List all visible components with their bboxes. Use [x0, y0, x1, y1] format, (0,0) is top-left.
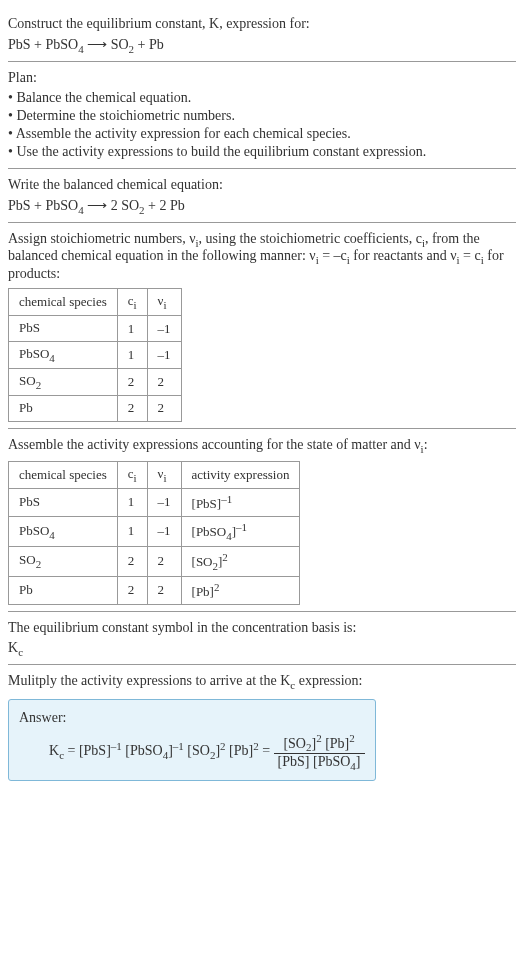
table-row: PbS 1 –1 [9, 315, 182, 342]
sup: –1 [111, 739, 122, 751]
activity-table: chemical species ci νi activity expressi… [8, 461, 300, 605]
expr: [PbSO [122, 743, 163, 758]
cell-v: –1 [147, 342, 181, 369]
sp: Pb [19, 582, 33, 597]
eq-part: + 2 Pb [145, 198, 185, 213]
cell-c: 2 [117, 546, 147, 576]
col-expr: activity expression [181, 461, 300, 488]
intro-section: Construct the equilibrium constant, K, e… [8, 8, 516, 62]
table-row: PbSO4 1 –1 [9, 342, 182, 369]
sup: 2 [214, 581, 220, 593]
cell-expr: [PbS]–1 [181, 488, 300, 516]
txt: Assemble the activity expressions accoun… [8, 437, 421, 452]
eq-part: PbS + PbSO [8, 198, 78, 213]
sup: –1 [236, 521, 247, 533]
cell-species: PbSO4 [9, 516, 118, 546]
table-row: PbSO4 1 –1 [PbSO4]–1 [9, 516, 300, 546]
table-row: Pb 2 2 [Pb]2 [9, 576, 300, 604]
kc-a: K [8, 640, 18, 655]
txt: Assign stoichiometric numbers, ν [8, 231, 196, 246]
eq: = [PbS] [64, 743, 111, 758]
plan-item: • Determine the stoichiometric numbers. [8, 108, 516, 124]
assemble-text: Assemble the activity expressions accoun… [8, 437, 516, 455]
txt: = –c [319, 248, 347, 263]
table-row: PbS 1 –1 [PbS]–1 [9, 488, 300, 516]
plan-item: • Balance the chemical equation. [8, 90, 516, 106]
sp: PbS [19, 494, 40, 509]
cell-c: 1 [117, 488, 147, 516]
stoich-table: chemical species ci νi PbS 1 –1 PbSO4 1 … [8, 288, 182, 422]
fraction: [SO2]2 [Pb]2[PbS] [PbSO4] [274, 732, 365, 772]
col-ci: ci [117, 289, 147, 316]
intro-text: Construct the equilibrium constant, K, e… [8, 16, 516, 32]
col-vi: νi [147, 289, 181, 316]
expr: [Pb] [322, 735, 350, 750]
cell-v: 2 [147, 576, 181, 604]
cell-v: –1 [147, 488, 181, 516]
plan-list: • Balance the chemical equation. • Deter… [8, 90, 516, 160]
cell-expr: [SO2]2 [181, 546, 300, 576]
symbol-line: The equilibrium constant symbol in the c… [8, 620, 516, 636]
cell-species: SO2 [9, 368, 118, 395]
assemble-section: Assemble the activity expressions accoun… [8, 429, 516, 612]
sp: SO [19, 373, 36, 388]
cell-v: 2 [147, 368, 181, 395]
col-vi: νi [147, 461, 181, 488]
cell-species: Pb [9, 395, 118, 422]
symbol-section: The equilibrium constant symbol in the c… [8, 612, 516, 665]
sp: PbSO [19, 523, 49, 538]
expr: [SO [283, 735, 306, 750]
sup: –1 [221, 493, 232, 505]
cell-c: 2 [117, 368, 147, 395]
assign-section: Assign stoichiometric numbers, νi, using… [8, 223, 516, 430]
sup: –1 [173, 739, 184, 751]
balanced-section: Write the balanced chemical equation: Pb… [8, 169, 516, 223]
cell-species: PbS [9, 315, 118, 342]
eq-part: + Pb [134, 37, 164, 52]
table-header-row: chemical species ci νi activity expressi… [9, 461, 300, 488]
expr: [PbS] [192, 496, 222, 511]
table-header-row: chemical species ci νi [9, 289, 182, 316]
expr: [SO [192, 554, 213, 569]
answer-equation: Kc = [PbS]–1 [PbSO4]–1 [SO2]2 [Pb]2 = [S… [19, 732, 365, 772]
cell-c: 1 [117, 516, 147, 546]
eq-part: PbS + PbSO [8, 37, 78, 52]
sp: SO [19, 552, 36, 567]
sub: i [134, 472, 137, 484]
txt: : [424, 437, 428, 452]
cell-v: 2 [147, 395, 181, 422]
col-ci: ci [117, 461, 147, 488]
cell-species: PbS [9, 488, 118, 516]
eq: = [259, 743, 274, 758]
answer-box: Answer: Kc = [PbS]–1 [PbSO4]–1 [SO2]2 [P… [8, 699, 376, 781]
cell-expr: [Pb]2 [181, 576, 300, 604]
eq-arrow: ⟶ [84, 198, 111, 213]
balanced-title: Write the balanced chemical equation: [8, 177, 516, 193]
cell-expr: [PbSO4]–1 [181, 516, 300, 546]
cell-v: –1 [147, 315, 181, 342]
multiply-text: Mulitply the activity expressions to arr… [8, 673, 516, 691]
expr: ] [356, 754, 361, 769]
sp: Pb [19, 400, 33, 415]
col-species: chemical species [9, 289, 118, 316]
sub: 2 [36, 558, 42, 570]
sup: 2 [222, 551, 228, 563]
answer-label: Answer: [19, 710, 365, 726]
eq-part: SO [111, 37, 129, 52]
denominator: [PbS] [PbSO4] [274, 754, 365, 772]
cell-c: 1 [117, 315, 147, 342]
txt: = c [460, 248, 481, 263]
cell-v: –1 [147, 516, 181, 546]
eq-part: 2 SO [111, 198, 139, 213]
kc-sub: c [18, 646, 23, 658]
expr: [PbS] [PbSO [278, 754, 351, 769]
expr: [Pb] [192, 584, 214, 599]
numerator: [SO2]2 [Pb]2 [274, 732, 365, 754]
cell-species: Pb [9, 576, 118, 604]
plan-section: Plan: • Balance the chemical equation. •… [8, 62, 516, 169]
table-row: SO2 2 2 [9, 368, 182, 395]
sp: PbS [19, 320, 40, 335]
plan-item: • Use the activity expressions to build … [8, 144, 516, 160]
table-row: SO2 2 2 [SO2]2 [9, 546, 300, 576]
plan-title: Plan: [8, 70, 516, 86]
